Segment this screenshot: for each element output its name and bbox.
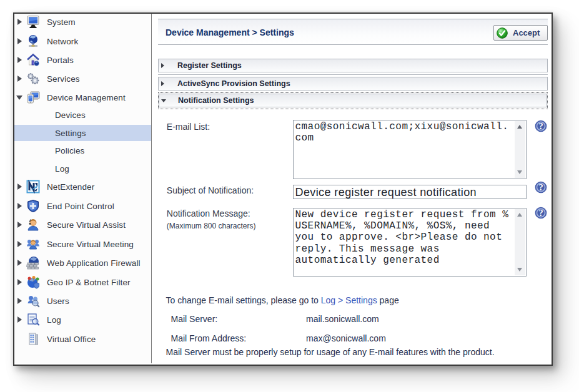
svg-text:?: ? (538, 121, 543, 131)
svg-text:?: ? (538, 208, 543, 218)
svg-text:?: ? (538, 182, 543, 192)
